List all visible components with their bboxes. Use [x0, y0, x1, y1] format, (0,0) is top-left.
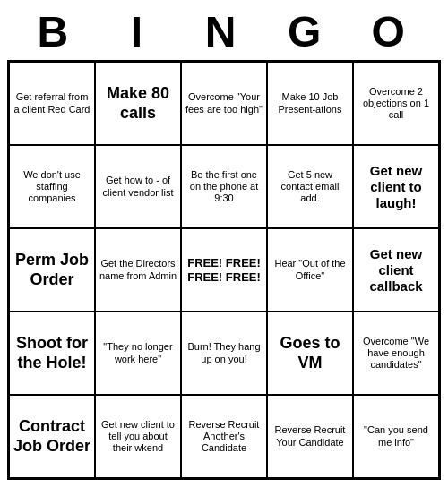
bingo-cell-19: Overcome "We have enough candidates" — [353, 312, 439, 395]
bingo-cell-24: "Can you send me info" — [353, 395, 439, 478]
bingo-cell-22: Reverse Recruit Another's Candidate — [181, 395, 267, 478]
title-n: N — [182, 7, 266, 56]
bingo-cell-10: Perm Job Order — [9, 228, 95, 312]
bingo-cell-0: Get referral from a client Red Card — [9, 62, 95, 145]
title-b: B — [14, 7, 99, 56]
bingo-cell-7: Be the first one on the phone at 9:30 — [181, 145, 267, 228]
bingo-cell-15: Shoot for the Hole! — [9, 312, 95, 395]
bingo-cell-23: Reverse Recruit Your Candidate — [267, 395, 353, 478]
bingo-cell-5: We don't use staffing companies — [9, 145, 95, 228]
bingo-cell-14: Get new client callback — [353, 228, 439, 312]
bingo-cell-8: Get 5 new contact email add. — [267, 145, 353, 228]
bingo-cell-1: Make 80 calls — [95, 62, 181, 145]
bingo-cell-20: Contract Job Order — [9, 395, 95, 478]
title-g: G — [266, 7, 350, 56]
bingo-grid: Get referral from a client Red CardMake … — [7, 60, 441, 480]
bingo-cell-6: Get how to - of client vendor list — [95, 145, 181, 228]
bingo-cell-13: Hear "Out of the Office" — [267, 228, 353, 312]
bingo-title: B I N G O — [7, 7, 441, 56]
bingo-cell-16: "They no longer work here" — [95, 312, 181, 395]
bingo-cell-3: Make 10 Job Present-ations — [267, 62, 353, 145]
bingo-cell-11: Get the Directors name from Admin — [95, 228, 181, 312]
bingo-cell-4: Overcome 2 objections on 1 call — [353, 62, 439, 145]
bingo-cell-9: Get new client to laugh! — [353, 145, 439, 228]
title-i: I — [99, 7, 183, 56]
bingo-cell-18: Goes to VM — [267, 312, 353, 395]
title-o: O — [349, 7, 434, 56]
bingo-cell-12: FREE! FREE! FREE! FREE! — [181, 228, 267, 312]
bingo-cell-2: Overcome "Your fees are too high" — [181, 62, 267, 145]
bingo-cell-21: Get new client to tell you about their w… — [95, 395, 181, 478]
bingo-cell-17: Burn! They hang up on you! — [181, 312, 267, 395]
